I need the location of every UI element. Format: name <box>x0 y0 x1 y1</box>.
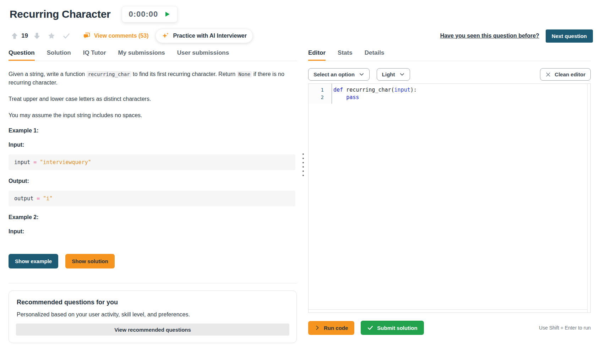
close-x-icon <box>545 72 551 77</box>
theme-select-dropdown[interactable]: Light <box>377 68 410 81</box>
line-number: 1 <box>309 86 324 94</box>
line-number: 2 <box>309 94 324 101</box>
chevron-down-icon <box>359 72 364 77</box>
vote-count: 19 <box>21 32 28 39</box>
editor-controls-row: Select an option Light Clean editor <box>308 68 591 81</box>
practice-ai-interviewer-label: Practice with AI Interviewer <box>173 33 246 39</box>
question-intro-paragraph: Given a string, write a function recurri… <box>9 70 295 87</box>
favorite-star-icon[interactable] <box>47 32 56 40</box>
sparkles-icon <box>162 32 169 40</box>
tab-stats[interactable]: Stats <box>338 45 353 61</box>
header-title-row: Recurring Character 0:00:00 <box>0 0 600 24</box>
split-panes: Question Solution IQ Tutor My submission… <box>0 45 600 364</box>
code-string: "interviewquery" <box>37 159 91 165</box>
pane-divider <box>297 45 308 364</box>
example2-heading: Example 2: <box>9 214 297 221</box>
editor-pane: Editor Stats Details Select an option Li… <box>308 45 600 364</box>
pane-resize-handle[interactable] <box>301 152 305 178</box>
submit-check-icon <box>367 325 373 331</box>
comments-icon <box>83 32 91 39</box>
tab-my-submissions[interactable]: My submissions <box>118 45 165 61</box>
downvote-icon[interactable] <box>33 32 41 40</box>
keyword-token: pass <box>346 94 359 100</box>
code-string: "i" <box>40 195 53 202</box>
builtin-token: input <box>394 87 410 93</box>
question-paragraph-2: Treat upper and lower case letters as di… <box>9 95 295 103</box>
view-comments-link[interactable]: View comments (53) <box>83 32 149 39</box>
code-operator: = <box>37 195 40 202</box>
recommended-questions-card: Recommended questions for you Personaliz… <box>9 290 297 343</box>
tab-iq-tutor[interactable]: IQ Tutor <box>83 45 106 61</box>
inline-code-none: None <box>237 71 252 77</box>
page-title: Recurring Character <box>10 8 110 20</box>
clean-editor-label: Clean editor <box>555 71 585 77</box>
example1-input-code-block: input = "interviewquery" <box>9 154 295 170</box>
inline-code-recurring-char: recurring_char <box>87 71 131 77</box>
example1-input-label: Input: <box>9 142 297 148</box>
seen-before-link[interactable]: Have you seen this question before? <box>440 33 539 39</box>
code-editor[interactable]: 1 2 def recurring_char(input): pass <box>308 83 591 313</box>
theme-select-value: Light <box>382 71 395 77</box>
code-operator: = <box>33 159 37 165</box>
tab-editor[interactable]: Editor <box>308 45 326 61</box>
code-lhs: input <box>14 159 33 165</box>
language-select-value: Select an option <box>313 71 355 77</box>
example1-output-label: Output: <box>9 178 297 184</box>
show-solution-button[interactable]: Show solution <box>65 254 115 268</box>
intro-text-2: to find its first recurring character. R… <box>131 71 237 77</box>
line-number-gutter: 1 2 <box>309 84 332 104</box>
indent-token <box>333 94 346 100</box>
editor-tab-row: Editor Stats Details <box>308 45 591 61</box>
tab-details[interactable]: Details <box>365 45 384 61</box>
play-icon[interactable] <box>164 11 171 18</box>
recommended-title: Recommended questions for you <box>17 299 289 306</box>
run-chevron-icon <box>315 325 320 331</box>
recommended-subtitle: Personalized based on your user activity… <box>17 311 289 318</box>
language-select-dropdown[interactable]: Select an option <box>308 68 370 81</box>
mark-complete-check-icon[interactable] <box>62 32 71 40</box>
view-recommended-questions-button[interactable]: View recommended questions <box>16 324 289 336</box>
editor-vertical-scrollbar[interactable] <box>587 84 590 313</box>
intro-text-1: Given a string, write a function <box>9 71 87 77</box>
clean-editor-button[interactable]: Clean editor <box>540 68 591 81</box>
run-shortcut-hint: Use Shift + Enter to run <box>539 325 591 331</box>
section-divider <box>9 283 297 283</box>
example-buttons-row: Show example Show solution <box>9 254 297 268</box>
run-code-label: Run code <box>324 325 348 331</box>
example2-input-label: Input: <box>9 228 297 235</box>
plain-token: recurring_char( <box>343 87 394 93</box>
editor-horizontal-scrollbar[interactable] <box>309 309 587 313</box>
show-example-button[interactable]: Show example <box>9 254 58 268</box>
keyword-token: def <box>333 87 343 93</box>
practice-ai-interviewer-button[interactable]: Practice with AI Interviewer <box>156 29 252 43</box>
plain-token: ): <box>410 87 417 93</box>
code-text-area[interactable]: def recurring_char(input): pass <box>332 84 587 309</box>
chevron-down-icon <box>399 72 405 77</box>
next-question-button[interactable]: Next question <box>546 29 593 43</box>
question-tab-row: Question Solution IQ Tutor My submission… <box>9 45 297 61</box>
code-line-1: def recurring_char(input): <box>333 86 587 94</box>
run-code-button[interactable]: Run code <box>308 321 354 335</box>
question-paragraph-3: You may assume the input string includes… <box>9 111 295 120</box>
upvote-icon[interactable] <box>11 32 18 40</box>
example1-output-code-block: output = "i" <box>9 191 295 206</box>
code-line-2: pass <box>333 94 587 101</box>
example1-heading: Example 1: <box>9 127 297 134</box>
question-pane: Question Solution IQ Tutor My submission… <box>0 45 297 364</box>
tab-solution[interactable]: Solution <box>47 45 71 61</box>
timer-widget[interactable]: 0:00:00 <box>122 6 178 22</box>
submit-solution-label: Submit solution <box>377 325 417 331</box>
code-lhs: output <box>14 195 37 202</box>
submit-solution-button[interactable]: Submit solution <box>361 321 424 335</box>
timer-value: 0:00:00 <box>129 10 158 19</box>
view-comments-label: View comments (53) <box>94 33 149 39</box>
tab-user-submissions[interactable]: User submissions <box>177 45 229 61</box>
tab-question[interactable]: Question <box>9 45 35 61</box>
question-page: Recurring Character 0:00:00 19 <box>0 0 600 364</box>
header-meta-row: 19 View comments (53) <box>11 28 596 43</box>
editor-actions-row: Run code Submit solution Use Shift + Ent… <box>308 321 591 335</box>
